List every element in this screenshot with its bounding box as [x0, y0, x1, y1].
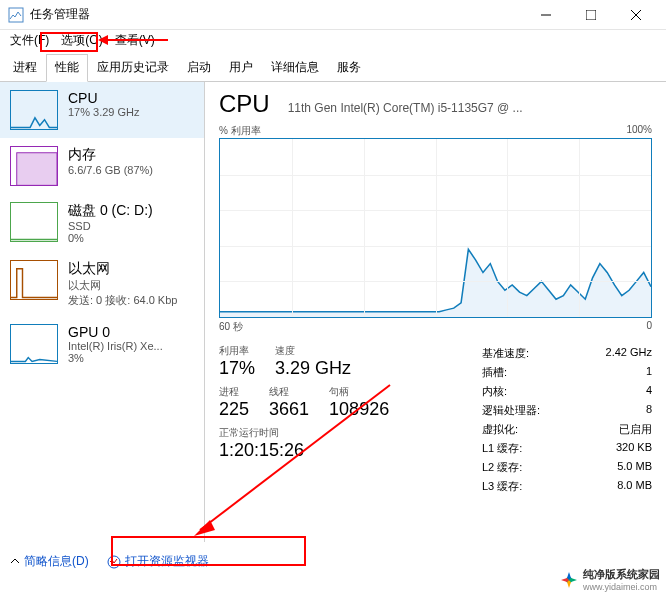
brand-name: 纯净版系统家园 [583, 568, 660, 580]
chart-label-right: 100% [626, 124, 652, 138]
chart-top-labels: % 利用率 100% [219, 124, 652, 138]
brand-url: www.yidaimei.com [583, 582, 660, 592]
stats-right: 基准速度:2.42 GHz 插槽:1 内核:4 逻辑处理器:8 虚拟化:已启用 … [482, 344, 652, 496]
tabbar: 进程 性能 应用历史记录 启动 用户 详细信息 服务 [0, 54, 666, 82]
memory-thumbnail-icon [10, 146, 58, 186]
chart-bottom-labels: 60 秒 0 [219, 320, 652, 334]
sidebar-item-ethernet[interactable]: 以太网 以太网 发送: 0 接收: 64.0 Kbp [0, 252, 204, 316]
ethernet-thumbnail-icon [10, 260, 58, 300]
resource-monitor-link[interactable]: 打开资源监视器 [107, 553, 209, 570]
sidebar-eth-name: 以太网 [68, 260, 177, 278]
menubar: 文件(F) 选项(O) 查看(V) [0, 30, 666, 50]
svg-rect-5 [17, 153, 57, 186]
gpu-thumbnail-icon [10, 324, 58, 364]
svg-point-8 [108, 556, 120, 568]
sidebar-item-memory[interactable]: 内存 6.6/7.6 GB (87%) [0, 138, 204, 194]
sidebar-gpu-sub2: 3% [68, 352, 163, 364]
tab-services[interactable]: 服务 [328, 54, 370, 81]
main-panel: CPU 11th Gen Intel(R) Core(TM) i5-1135G7… [205, 82, 666, 542]
sidebar-disk-name: 磁盘 0 (C: D:) [68, 202, 153, 220]
sidebar-cpu-sub: 17% 3.29 GHz [68, 106, 140, 118]
close-button[interactable] [613, 0, 658, 30]
titlebar: 任务管理器 [0, 0, 666, 30]
tab-history[interactable]: 应用历史记录 [88, 54, 178, 81]
svg-rect-2 [586, 10, 596, 20]
stat-uptime: 正常运行时间 1:20:15:26 [219, 426, 482, 461]
sidebar-gpu-sub1: Intel(R) Iris(R) Xe... [68, 340, 163, 352]
cpu-chart [219, 138, 652, 318]
sidebar-item-gpu[interactable]: GPU 0 Intel(R) Iris(R) Xe... 3% [0, 316, 204, 372]
stat-speed: 速度 3.29 GHz [275, 344, 351, 379]
window-title: 任务管理器 [30, 6, 523, 23]
sidebar-disk-sub1: SSD [68, 220, 153, 232]
main-title: CPU [219, 90, 270, 118]
menu-file[interactable]: 文件(F) [4, 30, 55, 51]
tab-details[interactable]: 详细信息 [262, 54, 328, 81]
menu-options[interactable]: 选项(O) [55, 30, 108, 51]
tab-processes[interactable]: 进程 [4, 54, 46, 81]
sidebar-disk-sub2: 0% [68, 232, 153, 244]
main-subtitle: 11th Gen Intel(R) Core(TM) i5-1135G7 @ .… [288, 101, 652, 115]
menu-view[interactable]: 查看(V) [109, 30, 161, 51]
sidebar-eth-sub2: 发送: 0 接收: 64.0 Kbp [68, 293, 177, 308]
tab-startup[interactable]: 启动 [178, 54, 220, 81]
sidebar-eth-sub1: 以太网 [68, 278, 177, 293]
chart-bottom-right: 0 [646, 320, 652, 334]
sidebar-item-cpu[interactable]: CPU 17% 3.29 GHz [0, 82, 204, 138]
stats-panel: 利用率 17% 速度 3.29 GHz 进程 225 线程 36 [219, 344, 652, 496]
resource-monitor-icon [107, 555, 121, 569]
stat-utilization: 利用率 17% [219, 344, 255, 379]
sidebar: CPU 17% 3.29 GHz 内存 6.6/7.6 GB (87%) 磁盘 … [0, 82, 205, 542]
stats-left: 利用率 17% 速度 3.29 GHz 进程 225 线程 36 [219, 344, 482, 496]
maximize-button[interactable] [568, 0, 613, 30]
minimize-button[interactable] [523, 0, 568, 30]
sidebar-gpu-name: GPU 0 [68, 324, 163, 340]
stat-handles: 句柄 108926 [329, 385, 389, 420]
main-header: CPU 11th Gen Intel(R) Core(TM) i5-1135G7… [219, 90, 652, 118]
tab-performance[interactable]: 性能 [46, 54, 88, 82]
body: CPU 17% 3.29 GHz 内存 6.6/7.6 GB (87%) 磁盘 … [0, 82, 666, 542]
tab-users[interactable]: 用户 [220, 54, 262, 81]
chevron-up-icon [10, 555, 20, 569]
brand-icon [559, 570, 579, 590]
app-icon [8, 7, 24, 23]
sidebar-mem-sub: 6.6/7.6 GB (87%) [68, 164, 153, 176]
stat-processes: 进程 225 [219, 385, 249, 420]
sidebar-mem-name: 内存 [68, 146, 153, 164]
sidebar-item-disk[interactable]: 磁盘 0 (C: D:) SSD 0% [0, 194, 204, 252]
stat-threads: 线程 3661 [269, 385, 309, 420]
sidebar-cpu-name: CPU [68, 90, 140, 106]
brand-watermark: 纯净版系统家园 www.yidaimei.com [559, 567, 660, 592]
chart-label-left: % 利用率 [219, 124, 261, 138]
cpu-thumbnail-icon [10, 90, 58, 130]
chart-bottom-left: 60 秒 [219, 320, 243, 334]
fewer-details-link[interactable]: 简略信息(D) [24, 553, 89, 570]
disk-thumbnail-icon [10, 202, 58, 242]
